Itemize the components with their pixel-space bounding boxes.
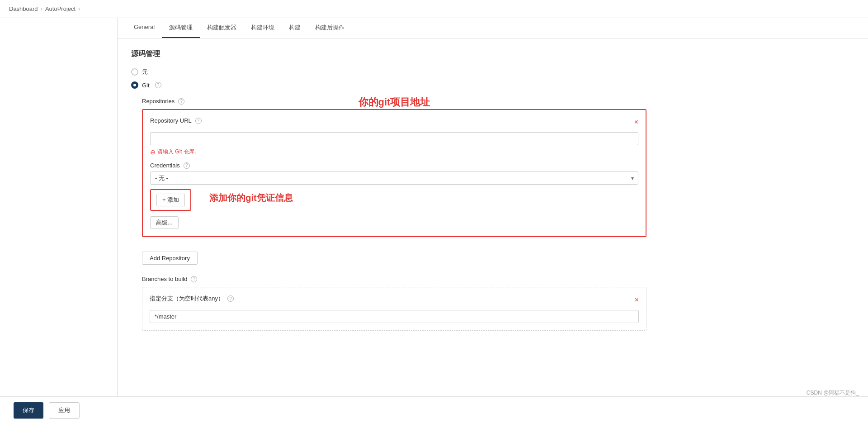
repo-card-wrapper: 你的git项目地址 Repository URL ? × ⊖ <box>142 109 646 237</box>
credentials-field-label: Credentials ? <box>150 162 638 169</box>
tab-build-env[interactable]: 构建环境 <box>244 18 282 38</box>
branch-specifier-help-icon[interactable]: ? <box>227 295 234 302</box>
radio-none[interactable]: 元 <box>131 68 646 76</box>
radio-git[interactable]: Git ? <box>131 81 646 89</box>
main-layout: General 源码管理 构建触发器 构建环境 构建 构建后操作 源码管理 元 … <box>0 18 868 424</box>
credentials-label-text: Credentials <box>150 162 180 169</box>
source-mgmt-radio-group: 元 Git ? <box>131 68 646 89</box>
annotation-credential: 添加你的git凭证信息 <box>209 192 292 204</box>
breadcrumb-autoproject[interactable]: AutoProject <box>45 5 75 12</box>
bottom-padding <box>131 331 646 367</box>
radio-git-circle <box>131 81 138 89</box>
radio-git-label: Git <box>142 82 150 89</box>
tab-post-build[interactable]: 构建后操作 <box>308 18 352 38</box>
repositories-text: Repositories <box>142 98 175 105</box>
repo-card-header: Repository URL ? × <box>150 117 638 127</box>
repo-url-help-icon[interactable]: ? <box>195 118 202 124</box>
repository-card: Repository URL ? × ⊖ 请输入 Git 仓库。 <box>142 109 646 237</box>
repo-close-button[interactable]: × <box>634 119 638 126</box>
repositories-help-icon[interactable]: ? <box>178 98 184 105</box>
branch-specifier-input[interactable] <box>150 310 639 323</box>
page-title: 源码管理 <box>131 49 646 59</box>
repo-url-field-label: Repository URL ? <box>150 117 202 124</box>
sidebar <box>0 18 118 424</box>
add-credential-button[interactable]: + 添加 <box>156 194 185 206</box>
radio-none-label: 元 <box>142 68 148 76</box>
repository-url-input[interactable] <box>150 132 638 145</box>
tabs-bar: General 源码管理 构建触发器 构建环境 构建 构建后操作 <box>118 18 868 38</box>
credentials-select-wrapper: - 无 - ▾ <box>150 172 638 185</box>
branches-section: Branches to build ? 指定分支（为空时代表any） ? × <box>142 276 646 331</box>
tab-general[interactable]: General <box>127 18 162 38</box>
error-icon: ⊖ <box>150 148 156 156</box>
breadcrumb-bar: Dashboard › AutoProject › <box>0 0 868 18</box>
breadcrumb-dashboard[interactable]: Dashboard <box>9 5 38 12</box>
repositories-section: Repositories ? 你的git项目地址 Repository URL … <box>142 98 646 331</box>
tab-source-mgmt[interactable]: 源码管理 <box>162 18 200 38</box>
credentials-help-icon[interactable]: ? <box>184 162 190 169</box>
credentials-section: Credentials ? - 无 - ▾ <box>150 162 638 185</box>
breadcrumb-sep-1: › <box>41 5 42 12</box>
branch-field-header: 指定分支（为空时代表any） ? × <box>150 295 639 305</box>
branch-close-button[interactable]: × <box>635 296 639 304</box>
branches-label: Branches to build ? <box>142 276 646 282</box>
add-credential-row: + 添加 <box>150 189 191 211</box>
page-content: 源码管理 元 Git ? Repositories ? <box>118 38 660 378</box>
repo-error-message: ⊖ 请输入 Git 仓库。 <box>150 148 638 156</box>
branch-card: 指定分支（为空时代表any） ? × <box>142 287 646 331</box>
breadcrumb-sep-2: › <box>78 5 80 12</box>
git-help-icon[interactable]: ? <box>155 82 161 88</box>
credentials-select[interactable]: - 无 - <box>150 172 638 185</box>
radio-none-circle <box>131 68 138 76</box>
save-button[interactable]: 保存 <box>14 402 43 419</box>
add-repository-button[interactable]: Add Repository <box>142 252 198 265</box>
branch-specifier-label: 指定分支（为空时代表any） ? <box>150 295 234 303</box>
error-text: 请输入 Git 仓库。 <box>157 148 200 156</box>
advanced-row: 高级... <box>150 216 638 229</box>
add-credential-wrapper: + 添加 添加你的git凭证信息 <box>150 185 638 211</box>
csdn-watermark: CSDN @阿福不是狗_ <box>807 389 859 397</box>
bottom-toolbar: 保存 应用 <box>0 396 868 424</box>
apply-button[interactable]: 应用 <box>49 402 80 419</box>
branches-help-icon[interactable]: ? <box>191 276 197 282</box>
advanced-button[interactable]: 高级... <box>150 216 179 229</box>
tab-trigger[interactable]: 构建触发器 <box>200 18 244 38</box>
branches-label-text: Branches to build <box>142 276 187 282</box>
repo-url-label-text: Repository URL <box>150 117 192 124</box>
branch-specifier-text: 指定分支（为空时代表any） <box>150 295 224 303</box>
tab-build[interactable]: 构建 <box>282 18 308 38</box>
repositories-label: Repositories ? <box>142 98 646 105</box>
content-area: General 源码管理 构建触发器 构建环境 构建 构建后操作 源码管理 元 … <box>118 18 868 424</box>
